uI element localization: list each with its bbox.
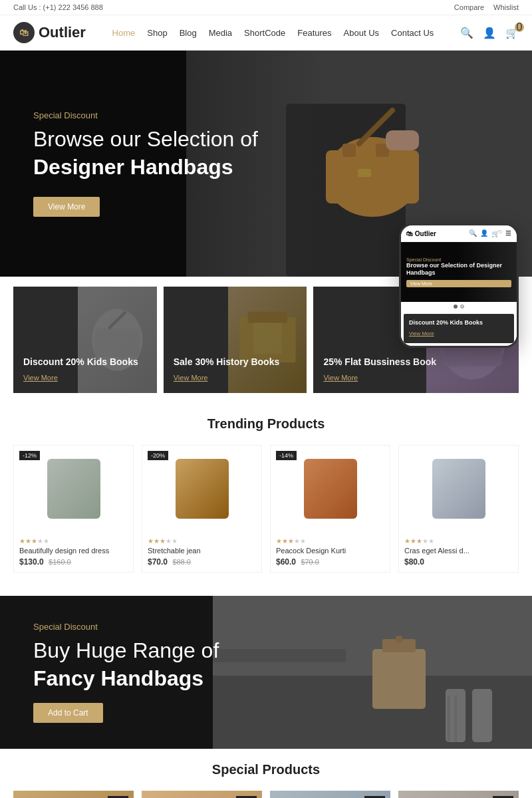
main-nav: Home Shop Blog Media ShortCode Features …	[112, 28, 434, 38]
promo-card-2-link[interactable]: View More	[174, 374, 208, 382]
product-name-1: Beautifully design red dress	[19, 547, 128, 555]
svg-rect-3	[342, 144, 356, 157]
svg-rect-12	[247, 312, 287, 323]
compare-link[interactable]: Compare	[454, 3, 484, 11]
product-card-4[interactable]: ★★★★★ Cras eget Alessi d... $80.0	[398, 445, 519, 573]
phone-nav-icons: 🔍 👤 🛒0 ☰	[469, 229, 511, 237]
top-bar: Call Us : (+1) 222 3456 888 Compare Whis…	[0, 0, 532, 15]
user-icon[interactable]: 👤	[483, 27, 496, 39]
cart-icon[interactable]: 🛒0	[505, 27, 519, 39]
product-badge-3: -14%	[276, 451, 297, 460]
svg-rect-13	[253, 323, 281, 354]
phone-mockup: 🛍 Outlier 🔍 👤 🛒0 ☰ Special Discount Brow…	[399, 223, 519, 348]
product-img-4	[399, 446, 518, 532]
hero-title-line1: Browse our Selection of	[33, 127, 258, 151]
phone-promo-card: Discount 20% Kids Books View More	[404, 314, 514, 343]
special-card-2[interactable]: -23%	[142, 791, 262, 798]
header: 🛍 Outlier Home Shop Blog Media ShortCode…	[0, 15, 532, 51]
phone-screen: 🛍 Outlier 🔍 👤 🛒0 ☰ Special Discount Brow…	[401, 225, 517, 346]
phone-promo-link[interactable]: View More	[409, 331, 434, 336]
product-name-4: Cras eget Alessi d...	[404, 547, 513, 555]
phone-dot-1[interactable]	[454, 305, 458, 309]
phone-hero-label: Special Discount	[406, 257, 511, 262]
nav-shortcode[interactable]: ShortCode	[244, 28, 285, 38]
logo[interactable]: 🛍 Outlier	[13, 22, 86, 43]
hero-label: Special Discount	[33, 110, 258, 120]
product-price-3: $60.0 $70.0	[276, 557, 384, 567]
phone-user-icon: 👤	[480, 229, 488, 237]
trending-section: Trending Products -12% ★★★★★ Beautifully…	[0, 403, 532, 586]
phone-dot-2[interactable]	[460, 305, 464, 309]
special-card-3[interactable]: -11%	[270, 791, 390, 798]
promo-card-1-content: Discount 20% Kids Books View More	[23, 356, 138, 383]
product-stars-1: ★★★★★	[19, 537, 128, 545]
products-grid: -12% ★★★★★ Beautifully design red dress …	[13, 445, 519, 573]
product-image-2	[176, 459, 229, 519]
phone-hero-btn[interactable]: View More	[406, 280, 511, 287]
second-banner-title-line1: Buy Huge Range of	[33, 638, 219, 662]
product-image-3	[304, 459, 357, 519]
nav-blog[interactable]: Blog	[180, 28, 197, 38]
nav-shop[interactable]: Shop	[147, 28, 167, 38]
nav-media[interactable]: Media	[209, 28, 232, 38]
special-card-1[interactable]: -14%	[13, 791, 134, 798]
wishlist-link[interactable]: Whislist	[493, 3, 519, 11]
product-info-2: ★★★★★ Stretchable jean $70.0 $88.0	[142, 532, 261, 572]
second-banner-label: Special Discount	[33, 622, 219, 632]
product-name-2: Stretchable jean	[148, 547, 256, 555]
promo-card-1[interactable]: Discount 20% Kids Books View More	[13, 287, 157, 393]
product-card-1[interactable]: -12% ★★★★★ Beautifully design red dress …	[13, 445, 134, 573]
product-card-3[interactable]: -14% ★★★★★ Peacock Design Kurti $60.0 $7…	[270, 445, 390, 573]
product-badge-1: -12%	[19, 451, 40, 460]
phone-logo-text: Outlier	[415, 230, 436, 237]
product-price-4: $80.0	[404, 557, 513, 567]
phone-hero: Special Discount Browse our Selection of…	[401, 242, 517, 302]
svg-rect-7	[386, 130, 419, 150]
special-products-title: Special Products	[13, 762, 519, 777]
special-products-section: Special Products -14% -23% -11%	[0, 749, 532, 798]
phone-header: 🛍 Outlier 🔍 👤 🛒0 ☰	[401, 225, 517, 242]
special-card-4[interactable]: -13%	[398, 791, 519, 798]
svg-rect-20	[372, 649, 426, 709]
nav-home[interactable]: Home	[112, 28, 136, 38]
phone-logo: 🛍 Outlier	[406, 230, 436, 237]
product-badge-2: -20%	[148, 451, 168, 460]
product-stars-4: ★★★★★	[404, 537, 513, 545]
promo-card-2-title: Sale 30% History Books	[174, 356, 280, 367]
svg-rect-9	[95, 329, 140, 356]
product-info-1: ★★★★★ Beautifully design red dress $130.…	[14, 532, 133, 572]
cart-badge: 0	[515, 23, 524, 32]
phone-carousel-dots	[401, 302, 517, 311]
promo-card-3-title: 25% Flat Bussiness Book	[323, 356, 436, 367]
phone-promo-title: Discount 20% Kids Books	[409, 319, 509, 326]
promo-card-3-content: 25% Flat Bussiness Book View More	[323, 356, 436, 383]
special-products-grid: -14% -23% -11%	[13, 791, 519, 798]
promo-card-2[interactable]: Sale 30% History Books View More	[164, 287, 307, 393]
svg-rect-24	[472, 689, 492, 742]
nav-contact[interactable]: Contact Us	[391, 28, 434, 38]
phone-hero-title: Browse our Selection of Designer Handbag…	[406, 262, 511, 277]
svg-rect-4	[376, 144, 389, 157]
logo-text: Outlier	[39, 24, 86, 41]
product-card-2[interactable]: -20% ★★★★★ Stretchable jean $70.0 $88.0	[142, 445, 262, 573]
phone-number: Call Us : (+1) 222 3456 888	[13, 3, 103, 11]
hero-view-more-button[interactable]: View More	[33, 197, 100, 217]
hero-title: Browse our Selection of Designer Handbag…	[33, 126, 258, 181]
svg-line-5	[359, 110, 392, 144]
promo-card-1-link[interactable]: View More	[23, 374, 58, 382]
search-icon[interactable]: 🔍	[460, 27, 473, 39]
second-banner-button[interactable]: Add to Cart	[33, 703, 103, 723]
nav-about[interactable]: About Us	[344, 28, 379, 38]
svg-rect-2	[326, 150, 419, 203]
promo-section: Discount 20% Kids Books View More Sale 3…	[0, 277, 532, 403]
hero-title-line2: Designer Handbags	[33, 155, 233, 179]
nav-features[interactable]: Features	[297, 28, 331, 38]
second-banner-title-line2: Fancy Handbags	[33, 666, 203, 690]
trending-title: Trending Products	[13, 416, 519, 432]
product-info-3: ★★★★★ Peacock Design Kurti $60.0 $70.0	[271, 532, 390, 572]
svg-rect-22	[396, 636, 402, 642]
product-stars-2: ★★★★★	[148, 537, 256, 545]
promo-card-3-link[interactable]: View More	[323, 374, 358, 382]
second-banner: Special Discount Buy Huge Range of Fancy…	[0, 596, 532, 749]
product-info-4: ★★★★★ Cras eget Alessi d... $80.0	[399, 532, 518, 572]
